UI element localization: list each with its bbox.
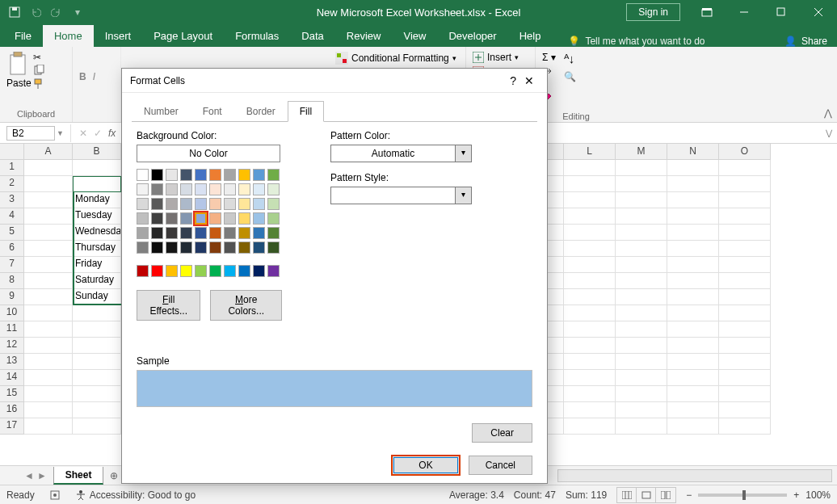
- cell[interactable]: [24, 321, 73, 338]
- cell[interactable]: [24, 176, 73, 192]
- dialog-tab-fill[interactable]: Fill: [288, 101, 324, 122]
- color-swatch[interactable]: [166, 242, 178, 254]
- row-header[interactable]: 2: [0, 176, 24, 192]
- cell[interactable]: [667, 176, 719, 192]
- page-break-view-button[interactable]: [656, 488, 675, 502]
- color-swatch[interactable]: [180, 242, 192, 254]
- cell[interactable]: [616, 192, 667, 208]
- cell[interactable]: [564, 273, 616, 289]
- cell[interactable]: [719, 386, 771, 402]
- cell[interactable]: [719, 289, 771, 305]
- row-header[interactable]: 16: [0, 402, 24, 418]
- cell[interactable]: [616, 289, 667, 305]
- sheet-nav-next-icon[interactable]: ►: [37, 470, 47, 481]
- fill-effects-button[interactable]: Fill Effects...: [137, 290, 200, 321]
- color-swatch[interactable]: [253, 265, 265, 277]
- expand-formula-icon[interactable]: ⋁: [821, 128, 837, 137]
- cell[interactable]: Saturday: [73, 273, 121, 289]
- color-swatch[interactable]: [137, 169, 149, 181]
- pattern-color-combo[interactable]: Automatic ▾: [330, 145, 472, 162]
- color-swatch[interactable]: [137, 183, 149, 195]
- color-swatch[interactable]: [137, 198, 149, 210]
- undo-icon[interactable]: [27, 4, 44, 20]
- row-header[interactable]: 15: [0, 386, 24, 402]
- color-swatch[interactable]: [238, 212, 250, 225]
- dialog-tab-number[interactable]: Number: [132, 101, 191, 122]
- cell[interactable]: [73, 354, 121, 370]
- cell[interactable]: [667, 370, 719, 386]
- color-swatch[interactable]: [151, 198, 163, 210]
- zoom-slider[interactable]: [698, 494, 787, 497]
- color-swatch[interactable]: [195, 242, 207, 254]
- ok-button[interactable]: OK: [391, 455, 460, 476]
- cancel-formula-icon[interactable]: ✕: [76, 128, 90, 139]
- cell[interactable]: [24, 192, 73, 208]
- color-swatch[interactable]: [166, 198, 178, 210]
- cell[interactable]: [564, 225, 616, 241]
- dialog-tab-font[interactable]: Font: [191, 101, 234, 122]
- color-swatch[interactable]: [253, 183, 265, 195]
- page-layout-view-button[interactable]: [637, 488, 656, 502]
- cell[interactable]: [564, 321, 616, 338]
- cell[interactable]: [564, 241, 616, 257]
- cell[interactable]: [24, 402, 73, 418]
- sheet-nav-prev-icon[interactable]: ◄: [24, 470, 34, 481]
- cell[interactable]: [719, 208, 771, 225]
- cell[interactable]: [73, 160, 121, 176]
- color-swatch[interactable]: [209, 242, 221, 254]
- color-swatch[interactable]: [195, 227, 207, 239]
- color-swatch[interactable]: [224, 212, 236, 225]
- row-header[interactable]: 1: [0, 160, 24, 176]
- color-swatch[interactable]: [209, 198, 221, 210]
- color-swatch[interactable]: [180, 169, 192, 181]
- cell[interactable]: [667, 225, 719, 241]
- copy-icon[interactable]: [33, 65, 44, 76]
- save-icon[interactable]: [6, 4, 23, 20]
- color-swatch[interactable]: [137, 265, 149, 277]
- cell[interactable]: [667, 160, 719, 176]
- cell[interactable]: Monday: [73, 192, 121, 208]
- color-swatch[interactable]: [238, 227, 250, 239]
- cell[interactable]: Thursday: [73, 241, 121, 257]
- cell[interactable]: [667, 354, 719, 370]
- cell[interactable]: [24, 289, 73, 305]
- zoom-in-button[interactable]: +: [793, 489, 799, 501]
- color-swatch[interactable]: [209, 183, 221, 195]
- name-box[interactable]: B2: [6, 126, 55, 141]
- cell[interactable]: [616, 338, 667, 354]
- share-button[interactable]: 👤 Share: [784, 36, 827, 47]
- cell[interactable]: [719, 402, 771, 418]
- chevron-down-icon[interactable]: ▾: [456, 145, 472, 162]
- color-swatch[interactable]: [224, 265, 236, 277]
- find-select-icon[interactable]: 🔍: [564, 71, 576, 82]
- cell[interactable]: [719, 418, 771, 435]
- color-swatch[interactable]: [267, 169, 280, 181]
- row-header[interactable]: 6: [0, 241, 24, 257]
- color-swatch[interactable]: [253, 242, 265, 254]
- column-header[interactable]: B: [73, 144, 121, 160]
- color-swatch[interactable]: [180, 212, 192, 225]
- color-swatch[interactable]: [166, 169, 178, 181]
- zoom-level[interactable]: 100%: [805, 489, 831, 501]
- sheet-tab-active[interactable]: Sheet: [53, 467, 104, 485]
- cell[interactable]: [24, 354, 73, 370]
- cell[interactable]: [667, 208, 719, 225]
- tab-review[interactable]: Review: [335, 25, 393, 47]
- dialog-titlebar[interactable]: Format Cells ? ✕: [122, 69, 547, 93]
- cell[interactable]: [616, 305, 667, 321]
- cell[interactable]: [564, 386, 616, 402]
- tab-view[interactable]: View: [392, 25, 437, 47]
- cell[interactable]: [667, 289, 719, 305]
- select-all-button[interactable]: [0, 144, 24, 160]
- cell[interactable]: [564, 257, 616, 273]
- cell[interactable]: [719, 176, 771, 192]
- column-header[interactable]: N: [667, 144, 719, 160]
- color-swatch[interactable]: [195, 169, 207, 181]
- cell[interactable]: [616, 176, 667, 192]
- color-swatch[interactable]: [180, 227, 192, 239]
- cell[interactable]: [24, 225, 73, 241]
- color-swatch[interactable]: [137, 242, 149, 254]
- tab-page-layout[interactable]: Page Layout: [142, 25, 224, 47]
- row-header[interactable]: 14: [0, 370, 24, 386]
- collapse-ribbon-icon[interactable]: ⋀: [824, 107, 832, 122]
